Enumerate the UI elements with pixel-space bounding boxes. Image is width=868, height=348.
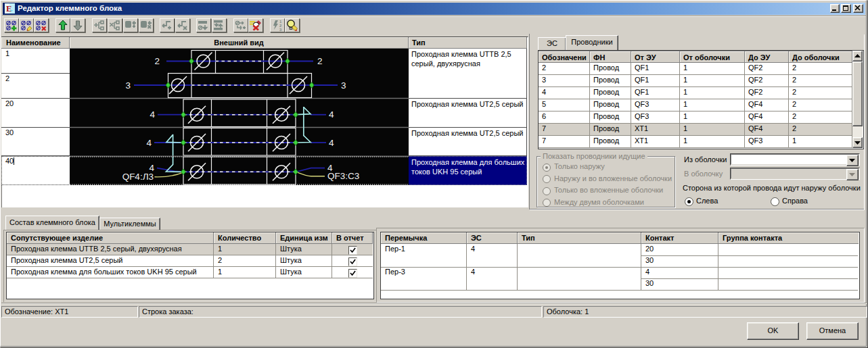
svg-text:4: 4 — [146, 138, 152, 148]
svg-text:4: 4 — [150, 109, 155, 120]
svg-text:E: E — [6, 3, 12, 14]
svg-text:QF3:C3: QF3:C3 — [327, 171, 359, 181]
svg-text:QF4:Л3: QF4:Л3 — [122, 172, 154, 182]
svg-text:4: 4 — [329, 138, 334, 148]
svg-text:4: 4 — [329, 109, 334, 120]
svg-text:3: 3 — [125, 80, 131, 91]
svg-text:3: 3 — [341, 80, 346, 91]
svg-text:2: 2 — [154, 56, 160, 66]
svg-text:2: 2 — [317, 56, 323, 66]
svg-text:3: 3 — [279, 28, 282, 32]
